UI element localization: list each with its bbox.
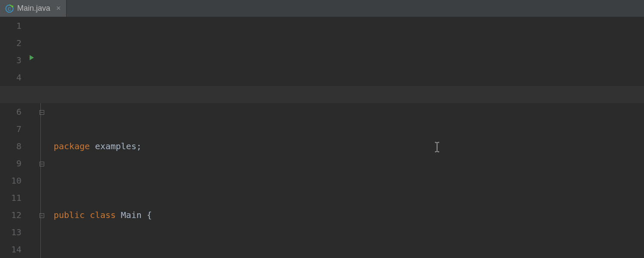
line-number-gutter: 1 2 3 4 5 6 7 8 9 10 11 12 13 14 (0, 17, 26, 258)
code-line[interactable] (54, 241, 644, 258)
line-number: 13 (0, 224, 21, 241)
class-icon: C (5, 4, 14, 13)
code-editor[interactable]: package examples; public class Main { pu… (49, 17, 644, 258)
tab-bar: C Main.java × (0, 0, 644, 17)
svg-rect-8 (40, 214, 44, 218)
file-tab[interactable]: C Main.java × (0, 0, 67, 17)
line-number: 4 (0, 69, 21, 86)
line-number: 12 (0, 206, 21, 224)
fold-up-icon[interactable] (39, 212, 44, 220)
gutter-icon-column (26, 17, 39, 258)
current-line-highlight (0, 86, 644, 103)
fold-line (40, 95, 41, 258)
code-line[interactable]: public class Main { (54, 206, 644, 224)
svg-text:C: C (8, 6, 11, 11)
fold-minus-icon[interactable] (39, 160, 44, 168)
line-number: 6 (0, 103, 21, 120)
line-number: 3 (0, 52, 21, 69)
fold-minus-icon[interactable] (39, 108, 44, 117)
code-line[interactable]: package examples; (54, 138, 644, 155)
run-icon[interactable] (28, 54, 35, 63)
tab-filename: Main.java (17, 4, 50, 13)
close-icon[interactable]: × (56, 4, 61, 13)
line-number: 11 (0, 189, 21, 206)
code-line[interactable] (54, 172, 644, 189)
line-number: 7 (0, 120, 21, 138)
fold-column (39, 17, 49, 258)
text-cursor-icon (402, 124, 441, 175)
line-number: 1 (0, 17, 21, 34)
line-number: 2 (0, 34, 21, 52)
line-number: 8 (0, 138, 21, 155)
line-number: 10 (0, 172, 21, 189)
line-number: 14 (0, 241, 21, 258)
line-number: 9 (0, 155, 21, 172)
